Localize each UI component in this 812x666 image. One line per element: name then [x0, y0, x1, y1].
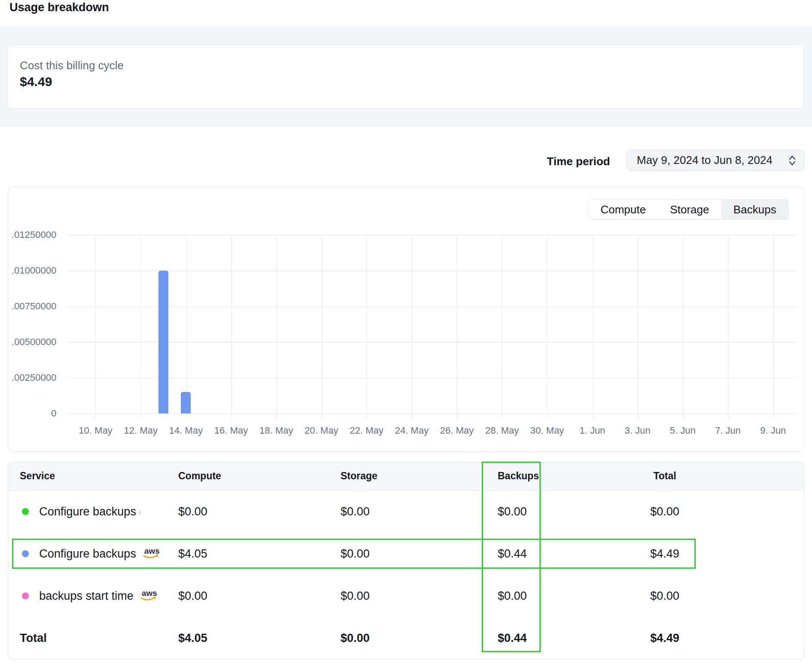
compute-cell: $0.00: [178, 589, 341, 603]
grid-line-vertical: [231, 235, 232, 419]
grid-line-vertical: [412, 235, 412, 419]
total-compute-cell: $4.05: [178, 632, 341, 645]
column-header-storage: Storage: [341, 470, 498, 482]
billing-summary-card: Cost this billing cycle $4.49: [7, 45, 804, 109]
storage-cell: $0.00: [341, 547, 498, 561]
x-axis-label: 14. May: [160, 425, 212, 436]
service-cell: Configure backups (Resto: [20, 505, 178, 518]
total-cell: $0.00: [556, 505, 774, 518]
time-period-value: May 9, 2024 to Jun 8, 2024: [627, 154, 787, 167]
grid-line-vertical: [322, 235, 322, 419]
column-header-backups: Backups: [498, 470, 556, 482]
grid-line-horizontal: [67, 271, 797, 271]
x-axis-label: 18. May: [251, 425, 302, 436]
service-legend-dot: [22, 550, 29, 557]
grid-line-vertical: [683, 235, 683, 419]
x-axis-label: 30. May: [521, 425, 573, 436]
x-axis-label: 1. Jun: [567, 425, 618, 436]
service-cell: Configure backupsaws: [20, 546, 178, 562]
storage-cell: $0.00: [341, 505, 498, 518]
grid-line-horizontal: [67, 378, 797, 378]
total-storage-cell: $0.00: [341, 632, 498, 645]
table-header-row: ServiceComputeStorageBackupsTotal: [8, 462, 804, 490]
total-row-label: Total: [20, 632, 178, 645]
backups-cell: $0.44: [498, 547, 556, 561]
grid-line-vertical: [773, 235, 774, 419]
billing-cycle-value: $4.49: [20, 73, 803, 91]
total-cell: $4.49: [556, 547, 774, 561]
x-axis-label: 20. May: [296, 425, 347, 436]
backups-cell: $0.00: [498, 589, 556, 603]
svg-text:aws: aws: [142, 589, 157, 598]
column-header-service: Service: [20, 470, 178, 482]
time-period-select[interactable]: May 9, 2024 to Jun 8, 2024: [626, 150, 804, 171]
grid-line-vertical: [276, 235, 277, 419]
service-legend-dot: [22, 592, 29, 599]
x-axis-label: 24. May: [386, 425, 437, 436]
compute-cell: $0.00: [178, 505, 341, 518]
grid-line-horizontal: [67, 342, 797, 342]
grid-line-vertical: [502, 235, 502, 419]
billing-summary-section: Cost this billing cycle $4.49: [0, 27, 812, 127]
service-cell: backups start timeaws: [20, 588, 178, 604]
grid-line-vertical: [592, 235, 593, 419]
usage-chart: .01250000.01000000.00750000.00500000.002…: [8, 187, 804, 451]
x-axis-label: 9. Jun: [747, 425, 799, 436]
grid-line-vertical: [186, 235, 186, 419]
y-axis-label: .00750000: [9, 302, 56, 311]
x-axis-label: 5. Jun: [657, 425, 709, 436]
aws-icon: aws: [142, 547, 161, 561]
total-total-cell: $4.49: [556, 632, 774, 645]
grid-line-vertical: [96, 235, 96, 419]
table-total-row: Total$4.05$0.00$0.44$4.49: [8, 617, 804, 659]
y-axis-label: 0: [9, 409, 56, 418]
compute-cell: $4.05: [178, 547, 341, 561]
x-axis-label: 26. May: [431, 425, 483, 436]
grid-line-horizontal: [67, 235, 797, 235]
usage-table: ServiceComputeStorageBackupsTotal Config…: [8, 462, 804, 660]
grid-line-vertical: [141, 235, 141, 419]
svg-text:aws: aws: [144, 547, 160, 555]
grid-line-vertical: [366, 235, 367, 419]
x-axis-label: 12. May: [115, 425, 167, 436]
x-axis-label: 3. Jun: [612, 425, 663, 436]
grid-line-vertical: [547, 235, 548, 419]
table-row: Configure backupsaws$4.05$0.00$0.44$4.49: [8, 533, 804, 575]
total-cell: $0.00: [556, 589, 774, 603]
column-header-compute: Compute: [178, 470, 341, 482]
backups-cell: $0.00: [498, 505, 556, 518]
usage-bar: [181, 392, 191, 413]
x-axis-label: 22. May: [341, 425, 392, 436]
x-axis-label: 7. Jun: [702, 425, 754, 436]
grid-line-horizontal: [67, 306, 797, 307]
time-period-label: Time period: [547, 155, 610, 168]
total-backups-cell: $0.44: [498, 632, 556, 645]
column-header-total: Total: [556, 470, 774, 482]
grid-line-vertical: [638, 235, 638, 419]
table-row: backups start timeaws$0.00$0.00$0.00$0.0…: [8, 575, 804, 617]
grid-line-horizontal: [67, 413, 797, 414]
y-axis-label: .01000000: [9, 266, 56, 275]
usage-chart-panel: ComputeStorageBackups .01250000.01000000…: [8, 186, 804, 452]
y-axis-label: .00250000: [9, 373, 56, 382]
service-legend-dot: [22, 508, 29, 515]
storage-cell: $0.00: [341, 589, 498, 603]
service-name: backups start time: [39, 589, 133, 603]
billing-cycle-label: Cost this billing cycle: [20, 58, 803, 73]
service-name: Configure backups (Resto: [39, 505, 140, 518]
x-axis-label: 28. May: [476, 425, 528, 436]
y-axis-label: .01250000: [9, 230, 56, 240]
grid-line-vertical: [728, 235, 728, 419]
y-axis-label: .00500000: [9, 337, 56, 347]
grid-line-vertical: [457, 235, 457, 419]
aws-icon: aws: [139, 589, 158, 603]
x-axis-label: 16. May: [205, 425, 257, 436]
page-title: Usage breakdown: [9, 1, 109, 14]
usage-bar: [158, 271, 168, 413]
x-axis-label: 10. May: [70, 425, 121, 436]
usage-breakdown-page: Usage breakdown Cost this billing cycle …: [0, 0, 812, 666]
unfold-icon: [787, 154, 797, 167]
service-name: Configure backups: [39, 547, 136, 561]
table-row: Configure backups (Resto$0.00$0.00$0.00$…: [8, 490, 804, 533]
